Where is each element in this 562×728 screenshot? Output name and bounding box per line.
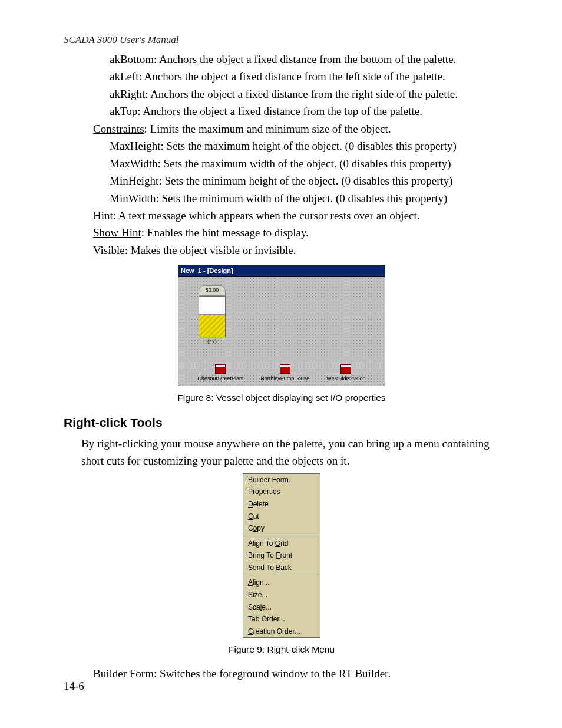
- builderform-rest: : Switches the foreground window to the …: [154, 667, 391, 680]
- menu-item[interactable]: Tab Order...: [243, 613, 320, 625]
- menu-group-2: Align To GridBring To FrontSend To Back: [243, 538, 320, 574]
- section-body: By right-clicking your mouse anywhere on…: [81, 435, 500, 470]
- def-visible: Visible: Makes the object visible or inv…: [93, 242, 500, 259]
- menu-item[interactable]: Cut: [243, 510, 320, 523]
- running-header: SCADA 3000 User's Manual: [64, 34, 179, 46]
- plant-row: ChesnutStreetPlant NorthleyPumpHouse Wes…: [178, 364, 385, 383]
- vessel-bottom-value: (47): [195, 338, 229, 346]
- def-minwidth: MinWidth: Sets the minimum width of the …: [110, 190, 500, 207]
- vessel-object: 50.00 (47): [195, 285, 229, 346]
- figure-8-canvas: 50.00 (47) ChesnutStreetPlant NorthleyPu…: [178, 277, 385, 386]
- figure-9-caption: Figure 9: Right-click Menu: [64, 643, 500, 657]
- plant-label: WestSideStation: [326, 375, 365, 383]
- menu-item[interactable]: Scale...: [243, 601, 320, 614]
- plant-label: NorthleyPumpHouse: [260, 375, 309, 383]
- showhint-rest: : Enables the hint message to display.: [141, 226, 309, 239]
- menu-item[interactable]: Send To Back: [243, 562, 320, 574]
- figure-8: New_1 - [Design] 50.00 (47) ChesnutStree…: [178, 265, 385, 386]
- menu-separator: [244, 575, 319, 575]
- menu-item[interactable]: Bring To Front: [243, 549, 320, 562]
- def-builderform: Builder Form: Switches the foreground wi…: [93, 665, 500, 682]
- def-hint: Hint: A text message which appears when …: [93, 207, 500, 224]
- menu-item[interactable]: Builder Form: [243, 474, 320, 486]
- menu-item[interactable]: Size...: [243, 589, 320, 601]
- def-minheight: MinHeight: Sets the minimum height of th…: [110, 172, 500, 189]
- hint-rest: : A text message which appears when the …: [113, 209, 420, 222]
- menu-item[interactable]: Properties: [243, 486, 320, 498]
- menu-item[interactable]: Copy: [243, 522, 320, 535]
- constraints-rest: : Limits the maximum and minimum size of…: [144, 123, 391, 135]
- vessel-body: [199, 296, 226, 337]
- plant-icon: [215, 364, 226, 374]
- menu-item[interactable]: Align...: [243, 577, 320, 589]
- plant-icon: [340, 364, 351, 374]
- plant-icon: [280, 364, 290, 374]
- content-area: akBottom: Anchors the object a fixed dis…: [64, 51, 500, 683]
- plant-2: NorthleyPumpHouse: [260, 364, 309, 383]
- visible-rest: : Makes the object visible or invisible.: [125, 244, 296, 256]
- def-akleft: akLeft: Anchors the object a fixed dista…: [110, 68, 500, 85]
- constraints-label: Constraints: [93, 123, 144, 135]
- plant-1: ChesnutStreetPlant: [197, 364, 243, 383]
- def-maxwidth: MaxWidth: Sets the maximum width of the …: [110, 155, 500, 172]
- menu-separator: [244, 536, 319, 536]
- menu-group-1: Builder FormPropertiesDeleteCutCopy: [243, 474, 320, 535]
- vessel-fill: [199, 314, 225, 337]
- hint-label: Hint: [93, 209, 113, 222]
- figure-9-menu: Builder FormPropertiesDeleteCutCopy Alig…: [243, 473, 320, 638]
- def-akbottom: akBottom: Anchors the object a fixed dis…: [110, 51, 500, 68]
- page-number: 14-6: [64, 680, 84, 693]
- figure-8-caption: Figure 8: Vessel object displaying set I…: [64, 391, 500, 405]
- def-aktop: akTop: Anchors the object a fixed distan…: [110, 103, 500, 120]
- section-heading: Right-click Tools: [64, 413, 500, 433]
- showhint-label: Show Hint: [93, 226, 141, 239]
- builderform-label: Builder Form: [93, 667, 154, 680]
- vessel-top-value: 50.00: [199, 285, 226, 296]
- def-constraints: Constraints: Limits the maximum and mini…: [93, 120, 500, 137]
- menu-item[interactable]: Align To Grid: [243, 538, 320, 550]
- def-showhint: Show Hint: Enables the hint message to d…: [93, 224, 500, 241]
- menu-item[interactable]: Delete: [243, 498, 320, 510]
- plant-label: ChesnutStreetPlant: [197, 375, 243, 383]
- def-maxheight: MaxHeight: Sets the maximum height of th…: [110, 137, 500, 154]
- def-akright: akRight: Anchors the object a fixed dist…: [110, 85, 500, 103]
- menu-group-3: Align...Size...Scale...Tab Order...Creat…: [243, 577, 320, 637]
- visible-label: Visible: [93, 244, 125, 256]
- menu-item[interactable]: Creation Order...: [243, 625, 320, 638]
- figure-8-titlebar: New_1 - [Design]: [178, 265, 385, 277]
- plant-3: WestSideStation: [326, 364, 365, 383]
